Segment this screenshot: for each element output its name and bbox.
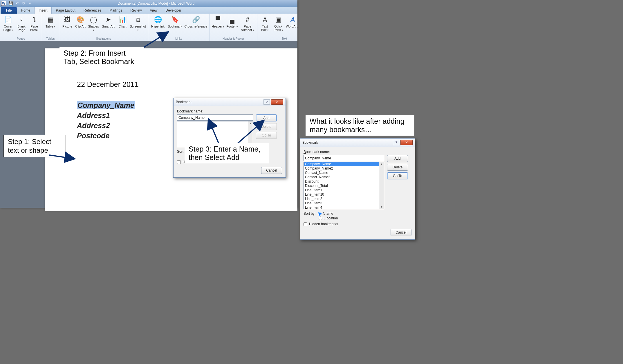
list-item[interactable]: Contact_Name bbox=[304, 171, 384, 175]
dialog-titlebar: Bookmark ? ✕ bbox=[300, 139, 415, 147]
list-item[interactable]: Line_Item10 bbox=[304, 192, 384, 197]
blank-page-label: Blank Page bbox=[16, 25, 27, 32]
bookmark-name-input[interactable] bbox=[177, 114, 253, 121]
help-icon[interactable]: ? bbox=[263, 99, 270, 105]
goto-button[interactable]: Go To bbox=[387, 172, 408, 179]
list-item[interactable]: Company_Name bbox=[304, 162, 384, 166]
hidden-bookmarks-checkbox[interactable] bbox=[177, 160, 181, 164]
quick-parts-button[interactable]: ▣Quick Parts bbox=[272, 14, 285, 37]
bookmark-name-input[interactable] bbox=[304, 155, 384, 161]
hidden-bookmarks-checkbox[interactable] bbox=[304, 222, 307, 226]
smartart-label: SmartArt bbox=[102, 25, 114, 28]
sort-name-radio[interactable]: Name bbox=[318, 212, 333, 216]
picture-button[interactable]: 🖼Picture bbox=[61, 14, 74, 37]
footer-button[interactable]: ▄Footer bbox=[226, 14, 239, 37]
screenshot-button[interactable]: ⧉Screenshot bbox=[129, 14, 146, 37]
group-header-footer: ▀Header ▄Footer #Page Number Header & Fo… bbox=[210, 14, 257, 41]
list-item[interactable]: Line_Item4 bbox=[304, 205, 384, 209]
quick-access-toolbar: 💾 ↶ ↻ ▾ bbox=[7, 1, 32, 6]
list-item[interactable]: Line_Item2 bbox=[304, 197, 384, 201]
page-break-label: Page Break bbox=[28, 25, 40, 32]
page-break-icon: ⤵ bbox=[30, 15, 39, 24]
scrollbar[interactable]: ▲▼ bbox=[379, 162, 384, 209]
footer-label: Footer bbox=[226, 25, 238, 28]
hyperlink-icon: 🌐 bbox=[153, 15, 162, 24]
hyperlink-button[interactable]: 🌐Hyperlink bbox=[150, 14, 166, 37]
title-bar: W 💾 ↶ ↻ ▾ Document2 [Compatibility Mode]… bbox=[0, 0, 297, 7]
delete-button[interactable]: Delete bbox=[387, 164, 408, 171]
text-box-button[interactable]: AText Box bbox=[259, 14, 271, 37]
cross-reference-label: Cross-reference bbox=[185, 25, 207, 28]
text-box-icon: A bbox=[260, 15, 270, 24]
cancel-button[interactable]: Cancel bbox=[261, 167, 282, 174]
header-button[interactable]: ▀Header bbox=[211, 14, 225, 37]
shapes-label: Shapes bbox=[87, 25, 100, 32]
add-button[interactable]: Add bbox=[256, 114, 277, 121]
footer-icon: ▄ bbox=[227, 15, 237, 24]
delete-button: Delete bbox=[256, 123, 277, 130]
group-illustrations-label: Illustrations bbox=[96, 37, 111, 41]
field-company-name-selected[interactable]: Company_Name bbox=[77, 101, 135, 109]
wordart-label: WordArt bbox=[286, 25, 297, 28]
shapes-button[interactable]: ◯Shapes bbox=[87, 14, 100, 37]
list-item[interactable]: Company_Name2 bbox=[304, 166, 384, 171]
group-links: 🌐Hyperlink 🔖Bookmark 🔗Cross-reference Li… bbox=[148, 14, 210, 41]
undo-icon[interactable]: ↶ bbox=[15, 1, 19, 6]
list-item[interactable]: Discount_Total bbox=[304, 184, 384, 188]
page-number-button[interactable]: #Page Number bbox=[240, 14, 255, 37]
redo-icon[interactable]: ↻ bbox=[21, 1, 26, 6]
tab-review[interactable]: Review bbox=[126, 7, 146, 14]
picture-icon: 🖼 bbox=[63, 15, 72, 24]
shapes-icon: ◯ bbox=[89, 15, 98, 24]
save-icon[interactable]: 💾 bbox=[8, 1, 13, 6]
help-icon[interactable]: ? bbox=[393, 140, 399, 145]
page-break-button[interactable]: ⤵ Page Break bbox=[28, 14, 40, 37]
tab-references[interactable]: References bbox=[80, 7, 105, 14]
picture-label: Picture bbox=[62, 25, 72, 28]
bookmark-list[interactable]: Company_NameCompany_Name2Contact_NameCon… bbox=[304, 162, 384, 209]
smartart-button[interactable]: ➤SmartArt bbox=[101, 14, 115, 37]
group-tables-label: Tables bbox=[46, 37, 55, 41]
close-icon[interactable]: ✕ bbox=[400, 140, 413, 145]
tab-home[interactable]: Home bbox=[17, 7, 34, 14]
tab-file[interactable]: File bbox=[1, 7, 17, 14]
dialog-titlebar: Bookmark ? ✕ bbox=[174, 98, 286, 106]
list-item[interactable]: Discount bbox=[304, 179, 384, 184]
group-header-footer-label: Header & Footer bbox=[223, 37, 244, 41]
group-pages: 📄 Cover Page ▫ Blank Page ⤵ Page Break P… bbox=[0, 14, 42, 41]
list-item[interactable]: Line_Item3 bbox=[304, 201, 384, 205]
tab-view[interactable]: View bbox=[146, 7, 162, 14]
callout-step1: Step 1: Select text or shape bbox=[3, 135, 66, 157]
cross-reference-button[interactable]: 🔗Cross-reference bbox=[184, 14, 207, 37]
blank-page-button[interactable]: ▫ Blank Page bbox=[16, 14, 27, 37]
clipart-label: Clip Art bbox=[75, 25, 85, 28]
tab-developer[interactable]: Developer bbox=[161, 7, 185, 14]
bookmark-button[interactable]: 🔖Bookmark bbox=[167, 14, 183, 37]
tab-mailings[interactable]: Mailings bbox=[105, 7, 126, 14]
tab-insert[interactable]: Insert bbox=[34, 7, 52, 14]
cover-page-icon: 📄 bbox=[3, 15, 13, 24]
bookmark-name-label: Bookmark name: bbox=[177, 109, 282, 113]
list-item[interactable]: Line_Item1 bbox=[304, 188, 384, 192]
cover-page-button[interactable]: 📄 Cover Page bbox=[2, 14, 15, 37]
bookmark-dialog-1: Bookmark ? ✕ Bookmark name: ▲▼ Add Delet… bbox=[173, 98, 286, 178]
close-icon[interactable]: ✕ bbox=[271, 99, 283, 105]
clipart-button[interactable]: 🎨Clip Art bbox=[75, 14, 86, 37]
header-label: Header bbox=[212, 25, 224, 28]
document-date: 22 December 2011 bbox=[77, 80, 297, 89]
qat-dropdown-icon[interactable]: ▾ bbox=[28, 1, 32, 6]
group-text: AText Box ▣Quick Parts AWordArt A̲Dro Ca… bbox=[257, 14, 297, 41]
chart-button[interactable]: 📊Chart bbox=[117, 14, 128, 37]
quick-parts-icon: ▣ bbox=[274, 15, 283, 24]
list-item[interactable]: Contact_Name2 bbox=[304, 175, 384, 179]
sort-location-radio[interactable]: Location bbox=[319, 216, 338, 220]
tab-page-layout[interactable]: Page Layout bbox=[52, 7, 79, 14]
quick-parts-label: Quick Parts bbox=[272, 25, 285, 32]
group-pages-label: Pages bbox=[17, 37, 25, 41]
table-button[interactable]: ▦ Table bbox=[44, 14, 57, 37]
cancel-button[interactable]: Cancel bbox=[391, 229, 411, 236]
blank-page-icon: ▫ bbox=[17, 15, 26, 24]
add-button[interactable]: Add bbox=[387, 155, 408, 162]
wordart-button[interactable]: AWordArt bbox=[286, 14, 297, 37]
goto-button: Go To bbox=[256, 132, 277, 139]
